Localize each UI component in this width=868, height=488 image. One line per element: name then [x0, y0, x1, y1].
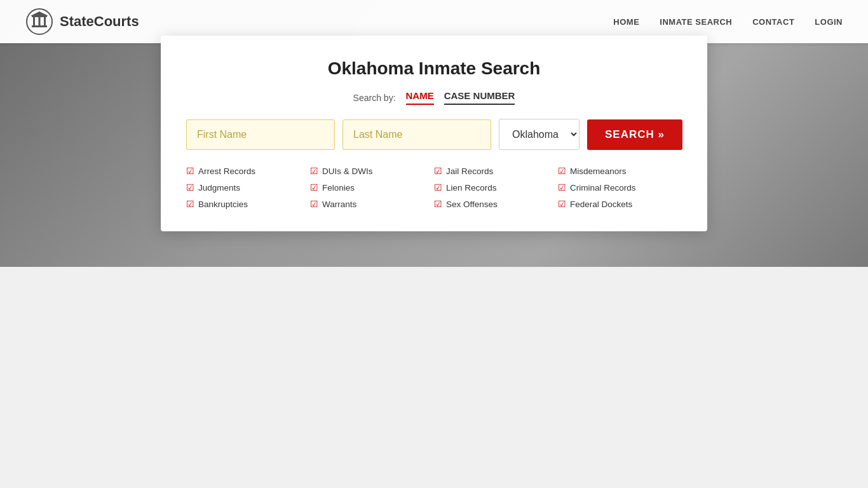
feature-label: Federal Dockets — [570, 200, 632, 209]
nav-login[interactable]: LOGIN — [815, 17, 843, 27]
feature-label: Jail Records — [446, 166, 493, 176]
feature-item: ☑Criminal Records — [558, 180, 682, 194]
feature-label: Judgments — [198, 183, 240, 193]
last-name-input[interactable] — [342, 119, 491, 150]
feature-label: Misdemeanors — [570, 166, 627, 176]
feature-label: Criminal Records — [570, 183, 636, 193]
svg-rect-2 — [32, 16, 47, 17]
feature-label: Sex Offenses — [446, 200, 498, 209]
nav-home[interactable]: HOME — [613, 17, 639, 27]
nav-contact[interactable]: CONTACT — [752, 17, 794, 27]
logo-icon — [25, 8, 53, 36]
feature-label: Bankruptcies — [198, 200, 248, 209]
check-icon: ☑ — [558, 182, 566, 193]
feature-item: ☑Judgments — [186, 180, 310, 194]
feature-item: ☑Warrants — [310, 197, 434, 211]
check-icon: ☑ — [558, 199, 566, 209]
svg-rect-1 — [32, 25, 47, 27]
feature-item: ☑Misdemeanors — [558, 164, 682, 178]
feature-label: Arrest Records — [198, 166, 255, 176]
svg-rect-3 — [33, 17, 35, 25]
feature-item: ☑Federal Dockets — [558, 197, 682, 211]
feature-item: ☑Sex Offenses — [434, 197, 558, 211]
check-icon: ☑ — [310, 199, 318, 209]
state-select[interactable]: Oklahoma — [499, 119, 580, 150]
feature-item: ☑Felonies — [310, 180, 434, 194]
feature-label: Warrants — [322, 200, 356, 209]
check-icon: ☑ — [434, 166, 442, 176]
feature-label: DUIs & DWIs — [322, 166, 373, 176]
tab-name[interactable]: NAME — [406, 90, 434, 105]
feature-label: Felonies — [322, 183, 355, 193]
logo-text: StateCourts — [60, 13, 139, 30]
logo-area: StateCourts — [25, 8, 139, 36]
svg-marker-6 — [31, 11, 48, 16]
feature-item: ☑Jail Records — [434, 164, 558, 178]
tab-case-number[interactable]: CASE NUMBER — [444, 90, 515, 105]
features-grid: ☑Arrest Records☑DUIs & DWIs☑Jail Records… — [186, 164, 682, 211]
search-card: Oklahoma Inmate Search Search by: NAME C… — [161, 36, 707, 231]
search-by-label: Search by: — [353, 93, 396, 103]
check-icon: ☑ — [310, 166, 318, 176]
feature-item: ☑Bankruptcies — [186, 197, 310, 211]
svg-rect-5 — [44, 17, 46, 25]
check-icon: ☑ — [186, 199, 194, 209]
check-icon: ☑ — [558, 166, 566, 176]
svg-rect-4 — [39, 17, 41, 25]
check-icon: ☑ — [310, 182, 318, 193]
search-card-title: Oklahoma Inmate Search — [186, 58, 682, 79]
check-icon: ☑ — [186, 182, 194, 193]
search-inputs-row: Oklahoma SEARCH » — [186, 119, 682, 150]
feature-label: Lien Records — [446, 183, 497, 193]
feature-item: ☑Arrest Records — [186, 164, 310, 178]
nav-links: HOME INMATE SEARCH CONTACT LOGIN — [613, 17, 843, 27]
first-name-input[interactable] — [186, 119, 335, 150]
check-icon: ☑ — [186, 166, 194, 176]
feature-item: ☑DUIs & DWIs — [310, 164, 434, 178]
nav-inmate-search[interactable]: INMATE SEARCH — [660, 17, 732, 27]
search-by-row: Search by: NAME CASE NUMBER — [186, 90, 682, 105]
search-button[interactable]: SEARCH » — [587, 119, 682, 150]
check-icon: ☑ — [434, 182, 442, 193]
feature-item: ☑Lien Records — [434, 180, 558, 194]
check-icon: ☑ — [434, 199, 442, 209]
